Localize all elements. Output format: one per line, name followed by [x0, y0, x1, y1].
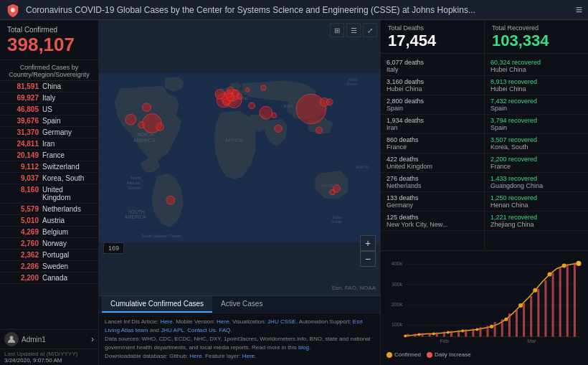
svg-point-66 [490, 325, 493, 328]
svg-point-72 [576, 261, 581, 266]
list-item[interactable]: 46,805US [0, 104, 98, 115]
app-title: Coronavirus COVID-19 Global Cases by the… [26, 5, 576, 15]
list-item: 860 deathsFrance [381, 134, 484, 153]
list-item[interactable]: 81,591China [0, 81, 98, 93]
list-item[interactable]: 5,010Austria [0, 215, 98, 227]
deaths-recovered-split: 6,077 deathsItaly3,160 deathsHubei China… [381, 54, 588, 250]
recovered-country: Hubei China [490, 66, 582, 73]
list-item[interactable]: 9,112Switzerland [0, 161, 98, 173]
list-item[interactable]: 4,269Belgium [0, 227, 98, 238]
svg-rect-89 [523, 303, 525, 337]
map-controls[interactable]: ⊞ ☰ ⤢ [330, 23, 377, 37]
last-updated-label: Last Updated at (M/D/YYYY) [4, 351, 94, 357]
svg-text:100k: 100k [392, 322, 403, 327]
country-count: 4,269 [6, 228, 39, 236]
svg-point-39 [316, 127, 323, 133]
github-link[interactable]: Here [189, 353, 201, 359]
country-count: 2,286 [6, 262, 39, 270]
header: Coronavirus COVID-19 Global Cases by the… [0, 0, 588, 20]
daily-increase-legend-label: Daily Increase [435, 351, 471, 358]
list-item[interactable]: 20,149France [0, 150, 98, 161]
svg-point-63 [447, 331, 450, 333]
list-item[interactable]: 31,370Germany [0, 127, 98, 138]
list-item[interactable]: 39,676Spain [0, 115, 98, 127]
country-name: Germany [42, 128, 72, 136]
chevron-right-icon[interactable]: › [91, 334, 94, 344]
country-count: 20,149 [6, 151, 39, 159]
list-item: 3,160 deathsHubei China [381, 76, 484, 95]
list-item: 133 deathsGermany [381, 192, 484, 212]
death-count: 125 deaths [387, 214, 478, 221]
svg-point-1 [10, 336, 14, 340]
country-name: Sweden [42, 262, 68, 270]
map-area[interactable]: NORTH AMERICA SOUTH AMERICA AFRICA ASIA … [99, 20, 380, 295]
recovered-country: Guangdong China [490, 182, 582, 189]
recovered-count: 8,913 recovered [490, 78, 582, 85]
blog-link[interactable]: blog [298, 344, 309, 351]
user-bar[interactable]: Admin1 › [0, 329, 98, 349]
map-expand-btn[interactable]: ⤢ [363, 23, 377, 37]
list-item[interactable]: 24,811Iran [0, 138, 98, 150]
svg-rect-85 [494, 322, 496, 336]
list-item[interactable]: 2,362Portugal [0, 250, 98, 261]
svg-rect-94 [559, 267, 561, 336]
svg-point-36 [275, 125, 282, 132]
country-name: Norway [42, 240, 67, 247]
death-country: New York City, New... [387, 221, 478, 228]
list-item[interactable]: 9,037Korea, South [0, 173, 98, 184]
mobile-link[interactable]: Here [217, 318, 229, 325]
zoom-out-btn[interactable]: − [360, 251, 376, 267]
faq-link[interactable]: FAQ [219, 327, 230, 333]
menu-icon[interactable]: ≡ [576, 4, 582, 16]
list-item[interactable]: 8,160United Kingdom [0, 184, 98, 204]
map-grid-view-btn[interactable]: ☰ [346, 23, 361, 37]
svg-point-34 [330, 189, 335, 194]
svg-text:Arctic: Arctic [348, 77, 358, 82]
zoom-controls[interactable]: + − [360, 235, 376, 267]
death-country: Spain [387, 105, 478, 112]
map-tab[interactable]: Cumulative Confirmed Cases [102, 296, 212, 313]
svg-rect-73 [407, 333, 409, 336]
jhu-apl-link[interactable]: JHU APL [161, 327, 184, 333]
list-item: 3,794 recoveredSpain [485, 115, 588, 134]
map-tabs[interactable]: Cumulative Confirmed CasesActive Cases [99, 295, 380, 313]
svg-point-65 [475, 328, 478, 331]
recovered-country: Korea, South [490, 143, 582, 151]
chart-area: 400k 300k 200k 100k Feb Mar [381, 250, 588, 365]
list-item[interactable]: 2,286Sweden [0, 261, 98, 272]
deaths-list: 6,077 deathsItaly3,160 deathsHubei China… [381, 54, 485, 250]
svg-text:Atlantic: Atlantic [126, 181, 140, 185]
confirmed-legend-label: Confirmed [394, 351, 421, 358]
country-list[interactable]: 81,591China69,927Italy46,805US39,676Spai… [0, 81, 98, 329]
contact-link[interactable]: Contact Us [187, 327, 216, 333]
country-count: 8,160 [6, 186, 39, 194]
map-container: NORTH AMERICA SOUTH AMERICA AFRICA ASIA … [99, 20, 380, 365]
recovered-country: Spain [490, 105, 582, 112]
svg-point-62 [432, 332, 435, 335]
feature-link[interactable]: Here [242, 353, 255, 359]
death-count: 276 deaths [387, 175, 478, 182]
svg-text:300k: 300k [392, 282, 403, 287]
atlas-link[interactable]: Esri Living Atlas team [105, 318, 363, 333]
list-item: 7,432 recoveredSpain [485, 95, 588, 115]
list-item[interactable]: 2,760Norway [0, 238, 98, 250]
svg-point-61 [417, 333, 420, 336]
svg-rect-76 [429, 333, 431, 336]
country-count: 2,200 [6, 274, 39, 282]
list-item[interactable]: 5,579Netherlands [0, 204, 98, 215]
svg-rect-75 [422, 333, 424, 336]
list-item[interactable]: 69,927Italy [0, 93, 98, 104]
svg-point-26 [260, 106, 272, 119]
zoom-in-btn[interactable]: + [360, 235, 376, 251]
death-country: Italy [387, 66, 478, 73]
country-name: Spain [42, 117, 61, 125]
lancet-link[interactable]: Here [160, 318, 172, 325]
svg-rect-83 [479, 327, 481, 336]
svg-point-23 [125, 114, 136, 125]
map-tab[interactable]: Active Cases [212, 296, 271, 313]
list-item[interactable]: 2,200Canada [0, 272, 98, 284]
svg-point-60 [404, 335, 407, 338]
jhu-link[interactable]: JHU CSSE [267, 318, 296, 325]
lancet-text: Lancet Inf Dis Article: Here. Mobile Ver… [105, 318, 363, 333]
map-list-view-btn[interactable]: ⊞ [330, 23, 344, 37]
